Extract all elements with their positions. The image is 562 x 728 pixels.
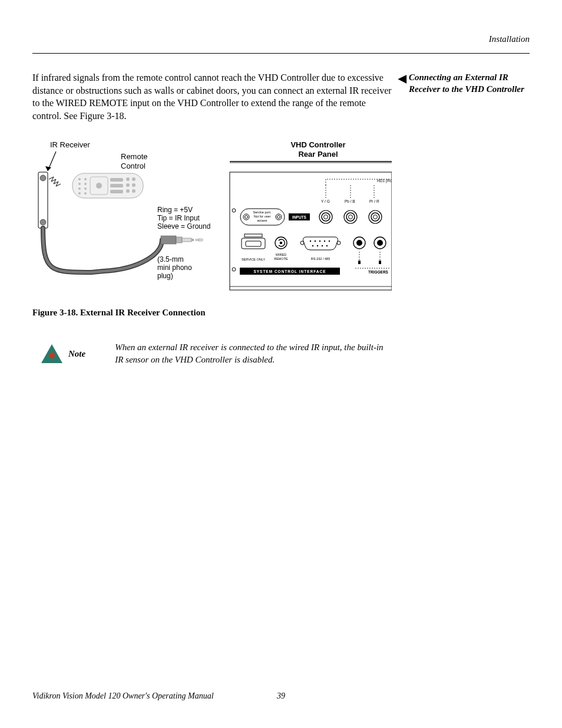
svg-point-67 — [326, 245, 328, 246]
svg-point-10 — [84, 178, 87, 180]
service-port-3: access — [257, 219, 267, 222]
svg-point-3 — [40, 175, 46, 181]
svg-point-63 — [329, 241, 330, 242]
rs232-label: RS-232 / 485 — [311, 257, 330, 261]
svg-point-15 — [96, 183, 102, 189]
plug-label-1: (3.5-mm — [157, 255, 184, 263]
figure-caption: Figure 3-18. External IR Receiver Connec… — [32, 308, 530, 318]
note-block: Note When an external IR receiver is con… — [32, 341, 530, 366]
svg-point-9 — [78, 192, 81, 195]
svg-point-69 — [356, 240, 362, 246]
svg-point-66 — [322, 245, 323, 246]
svg-rect-74 — [358, 261, 361, 264]
pbb-label: Pb / B — [345, 199, 355, 203]
service-port-2: Not for user — [254, 215, 271, 218]
plug-label-2: mini phono — [157, 263, 192, 272]
svg-point-62 — [324, 241, 325, 242]
yg-label: Y / G — [321, 199, 330, 203]
svg-rect-29 — [195, 239, 199, 241]
svg-point-20 — [126, 183, 130, 187]
svg-point-4 — [40, 219, 46, 225]
svg-rect-16 — [110, 178, 123, 182]
svg-point-23 — [132, 183, 135, 187]
svg-rect-25 — [161, 236, 176, 244]
signal-ring: Ring = +5V — [157, 206, 193, 214]
arrow-left-icon: ◀ — [398, 71, 406, 85]
footer-page: 39 — [277, 691, 285, 701]
figure-3-18: IR Receiver Remote Control — [32, 137, 530, 296]
wired-remote-1: WIRED — [276, 253, 286, 256]
hd1-label: HD1 (RG — [377, 179, 392, 183]
inputs-label: INPUTS — [292, 215, 307, 219]
service-port-1: Service port. — [253, 210, 272, 214]
plug-label-3: plug) — [157, 272, 173, 280]
side-heading-text: Connecting an External IR Receiver to th… — [409, 73, 524, 94]
remote-label-2: Control — [121, 162, 146, 170]
sys-ctrl-label: SYSTEM CONTROL INTERFACE — [253, 269, 326, 274]
svg-point-65 — [317, 245, 318, 246]
svg-rect-75 — [379, 261, 381, 264]
svg-point-12 — [84, 187, 87, 190]
note-label: Note — [68, 349, 85, 359]
signal-sleeve: Sleeve = Ground — [157, 222, 210, 230]
svg-point-71 — [377, 240, 383, 246]
remote-label-1: Remote — [121, 152, 148, 161]
body-paragraph: If infrared signals from the remote cont… — [32, 71, 397, 122]
svg-point-6 — [78, 178, 81, 180]
header-section: Installation — [32, 34, 530, 44]
prr-label: Pr / R — [369, 199, 379, 203]
triggers-label: TRIGGERS — [368, 270, 389, 274]
wired-remote-2: REMOTE — [274, 257, 288, 261]
svg-point-13 — [84, 192, 87, 195]
side-heading: ◀ Connecting an External IR Receiver to … — [409, 71, 530, 122]
svg-point-56 — [280, 242, 282, 244]
note-text: When an external IR receiver is connecte… — [115, 341, 386, 366]
panel-title-1: VHD Controller — [290, 140, 345, 149]
signal-tip: Tip = IR Input — [157, 214, 200, 222]
header-rule — [32, 53, 530, 54]
svg-point-8 — [78, 187, 81, 190]
ir-receiver-label: IR Receiver — [50, 140, 91, 149]
svg-point-59 — [310, 241, 311, 242]
diagram-svg: IR Receiver Remote Control — [32, 137, 392, 296]
warning-triangle-icon — [41, 344, 62, 363]
svg-rect-26 — [176, 237, 182, 243]
svg-rect-27 — [182, 238, 191, 242]
svg-marker-1 — [45, 166, 51, 171]
svg-point-22 — [132, 177, 135, 181]
phono-plug-icon — [161, 236, 203, 244]
panel-title-2: Rear Panel — [298, 150, 338, 159]
svg-rect-17 — [110, 184, 123, 187]
svg-point-24 — [132, 189, 135, 193]
svg-point-64 — [312, 245, 313, 246]
svg-point-19 — [126, 177, 130, 181]
svg-point-21 — [126, 189, 130, 193]
svg-rect-18 — [110, 190, 123, 193]
svg-point-60 — [315, 241, 316, 242]
svg-point-61 — [319, 241, 320, 242]
service-only: SERVICE ONLY — [242, 258, 265, 261]
svg-point-7 — [78, 183, 81, 185]
svg-rect-28 — [191, 239, 194, 241]
svg-point-11 — [84, 183, 87, 185]
